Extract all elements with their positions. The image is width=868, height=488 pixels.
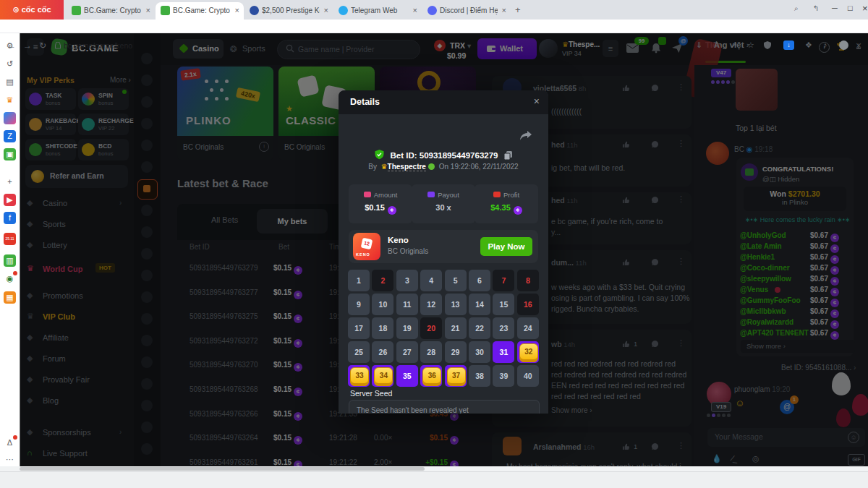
stat-label: Amount: [374, 191, 398, 199]
browser-tab[interactable]: Telegram Web×: [333, 2, 422, 20]
keno-tile-15[interactable]: 15: [493, 294, 514, 315]
maximize-button[interactable]: □: [848, 4, 853, 12]
browser-tab[interactable]: BC.Game: Crypto Casino Gam×: [67, 2, 155, 20]
extensions-puzzle-icon[interactable]: ❖: [805, 40, 812, 50]
keno-tile-20[interactable]: 20: [420, 317, 442, 339]
keno-tile-36[interactable]: 36: [420, 365, 442, 387]
keno-tile-18[interactable]: 18: [372, 317, 393, 339]
keno-tile-9[interactable]: 9: [348, 294, 370, 315]
adblock-shield-icon[interactable]: [764, 41, 771, 49]
notification-dot: [13, 435, 17, 440]
keno-tile-16[interactable]: 16: [517, 294, 539, 315]
tab-close-icon[interactable]: ×: [146, 6, 150, 14]
bell-icon[interactable]: Δ: [4, 437, 16, 449]
games-icon[interactable]: ▣: [4, 148, 16, 160]
tab-close-icon[interactable]: ×: [413, 6, 417, 14]
tab-search-icon[interactable]: ⌕: [794, 4, 799, 13]
history-icon[interactable]: ↺: [4, 58, 16, 70]
notes-icon[interactable]: ▥: [4, 254, 16, 267]
keno-tile-27[interactable]: 27: [396, 341, 418, 363]
profile-avatar[interactable]: [839, 40, 848, 50]
save-page-icon[interactable]: ⇓: [696, 40, 702, 50]
back-icon[interactable]: ←: [7, 40, 16, 51]
keno-tile-24[interactable]: 24: [517, 317, 539, 339]
keno-tile-7[interactable]: 7: [493, 270, 514, 291]
server-seed-input[interactable]: The Seed hasn't been revealed yet: [349, 400, 540, 414]
keno-tile-13[interactable]: 13: [445, 294, 467, 315]
play-now-button[interactable]: Play Now: [480, 237, 532, 256]
minimize-button[interactable]: ─: [832, 4, 838, 12]
download-manager-icon[interactable]: ↓: [783, 40, 794, 50]
hot-icon[interactable]: ♛: [4, 94, 16, 106]
browser-tab[interactable]: BC.Game: Crypto Casino Gam×: [156, 2, 244, 20]
keno-tile-35[interactable]: 35: [396, 365, 418, 387]
keno-tile-33[interactable]: 33: [348, 365, 370, 387]
keno-tile-11[interactable]: 11: [396, 294, 418, 315]
feed-icon[interactable]: ▤: [4, 76, 16, 88]
downloads-tray-icon[interactable]: ↓: [856, 40, 861, 49]
keno-tile-4[interactable]: 4: [420, 270, 442, 291]
more-icon[interactable]: ⋯: [4, 453, 16, 466]
keno-tile-3[interactable]: 3: [396, 270, 418, 291]
cart-icon[interactable]: ▦: [4, 291, 16, 304]
keno-tile-26[interactable]: 26: [372, 341, 393, 363]
share-bet-icon[interactable]: [519, 130, 532, 142]
youtube-icon[interactable]: ▶: [4, 194, 16, 206]
facebook-icon[interactable]: f: [4, 212, 16, 224]
keno-tile-30[interactable]: 30: [469, 341, 490, 363]
reload-icon[interactable]: ↻: [39, 40, 46, 51]
keno-hit-cube: 37: [447, 367, 466, 386]
keno-tile-23[interactable]: 23: [493, 317, 514, 339]
keno-tile-32[interactable]: 32: [517, 341, 539, 363]
bettor-link[interactable]: Thespectre: [388, 163, 426, 171]
keno-tile-40[interactable]: 40: [517, 365, 539, 387]
bookmark-star-icon[interactable]: ☆: [747, 40, 754, 50]
keno-tile-8[interactable]: 8: [517, 270, 539, 291]
keno-tile-29[interactable]: 29: [445, 341, 467, 363]
tab-close-icon[interactable]: ×: [502, 6, 506, 14]
keno-tile-34[interactable]: 34: [372, 365, 393, 387]
keno-tile-21[interactable]: 21: [445, 317, 467, 339]
coccoc-logo[interactable]: ⊙ cốc cốc: [0, 0, 64, 20]
tab-close-icon[interactable]: ×: [324, 6, 328, 14]
keno-tile-31[interactable]: 31: [493, 341, 514, 363]
translate-icon[interactable]: A: [714, 40, 720, 49]
lock-icon[interactable]: [55, 42, 61, 49]
keno-tile-5[interactable]: 5: [445, 270, 467, 291]
keno-tile-6[interactable]: 6: [469, 270, 490, 291]
browser-tab[interactable]: Discord | Điểm Hẹn Tân Gẫu×: [422, 2, 511, 20]
bet-id-text[interactable]: Bet ID: 50931895449763279: [391, 151, 498, 160]
keno-tile-17[interactable]: 17: [348, 317, 370, 339]
share-icon[interactable]: ↗: [731, 40, 737, 50]
forward-icon[interactable]: →: [23, 40, 32, 51]
media-icon[interactable]: ♪: [823, 40, 827, 49]
keno-tile-14[interactable]: 14: [469, 294, 490, 315]
keno-tile-10[interactable]: 10: [372, 294, 393, 315]
sale-25-11-icon[interactable]: 25.11: [4, 233, 16, 245]
keno-tile-25[interactable]: 25: [348, 341, 370, 363]
sidebar-toggle-icon[interactable]: ↰: [813, 4, 819, 12]
keno-tile-39[interactable]: 39: [493, 365, 514, 387]
tab-close-icon[interactable]: ×: [235, 6, 239, 14]
stat-amount: Amount$0.15¢: [349, 184, 412, 223]
messenger-icon[interactable]: [4, 112, 16, 124]
modal-close-icon[interactable]: ×: [534, 95, 540, 107]
keno-tile-19[interactable]: 19: [396, 317, 418, 339]
soccer-icon[interactable]: ◉: [4, 273, 16, 285]
url-text[interactable]: bc.game/game/keno: [64, 41, 132, 50]
keno-tile-12[interactable]: 12: [420, 294, 442, 315]
hscrollbar-thumb[interactable]: [20, 467, 425, 471]
keno-tile-37[interactable]: 37: [445, 365, 467, 387]
add-icon[interactable]: +: [4, 176, 16, 188]
zalo-icon[interactable]: Z: [4, 130, 16, 142]
keno-tile-22[interactable]: 22: [469, 317, 490, 339]
close-window-button[interactable]: ×: [862, 3, 868, 14]
keno-tile-2[interactable]: 2: [372, 270, 393, 291]
keno-tile-38[interactable]: 38: [469, 365, 490, 387]
new-tab-button[interactable]: +: [515, 4, 521, 15]
keno-tile-28[interactable]: 28: [420, 341, 442, 363]
keno-tile-1[interactable]: 1: [348, 270, 370, 291]
browser-tab-bar: ⊙ cốc cốc BC.Game: Crypto Casino Gam×BC.…: [0, 0, 868, 20]
copy-icon[interactable]: [504, 151, 512, 160]
browser-tab[interactable]: $2,500 Prestige Keno Multipl×: [244, 2, 333, 20]
